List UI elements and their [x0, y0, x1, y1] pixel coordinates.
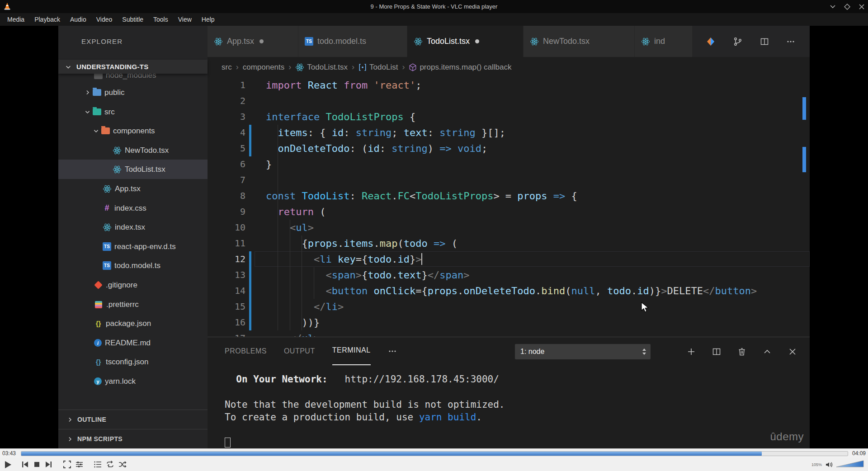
- file-label: index.tsx: [115, 223, 145, 232]
- more-actions-icon[interactable]: [786, 37, 795, 46]
- breadcrumb-label: TodoList: [369, 63, 398, 72]
- video-frame[interactable]: EXPLORER UNDERSTANDING-TS node_modules p…: [58, 26, 810, 448]
- speaker-icon[interactable]: [825, 460, 834, 469]
- sidebar-section-outline[interactable]: OUTLINE: [58, 410, 208, 429]
- code-line-16[interactable]: 16 ))}: [208, 315, 810, 330]
- tree-item-todolist-tsx[interactable]: TodoList.tsx: [58, 160, 208, 179]
- code-line-1[interactable]: 1import React from 'react';: [208, 77, 810, 93]
- split-editor-icon[interactable]: [760, 37, 769, 46]
- code-line-8[interactable]: 8const TodoList: React.FC<TodoListProps>…: [208, 188, 810, 204]
- panel-tab-output[interactable]: OUTPUT: [284, 337, 315, 365]
- panel-tab-problems[interactable]: PROBLEMS: [225, 337, 267, 365]
- tree-item-package-json[interactable]: {}package.json: [58, 314, 208, 333]
- file-label: src: [104, 108, 115, 117]
- project-root-folder[interactable]: UNDERSTANDING-TS: [58, 60, 208, 74]
- tree-item-tsconfig-json[interactable]: {}tsconfig.json: [58, 352, 208, 372]
- chevron-down-icon: [83, 108, 91, 116]
- menu-audio[interactable]: Audio: [65, 13, 91, 26]
- maximize-icon[interactable]: [844, 3, 851, 10]
- code-line-7[interactable]: 7: [208, 172, 810, 188]
- play-button[interactable]: [3, 458, 13, 471]
- volume-slider[interactable]: [836, 460, 864, 469]
- loop-button[interactable]: [106, 458, 114, 471]
- tree-item-react-app-env-d-ts[interactable]: TSreact-app-env.d.ts: [58, 237, 208, 256]
- terminal-line: Note that the development build is not o…: [225, 398, 505, 411]
- tree-item-gitignore[interactable]: .gitignore: [58, 275, 208, 295]
- tab-app-tsx[interactable]: App.tsx: [208, 26, 298, 57]
- tree-item-app-tsx[interactable]: App.tsx: [58, 179, 208, 198]
- stop-button[interactable]: [33, 458, 41, 471]
- code-line-9[interactable]: 9 return (: [208, 204, 810, 220]
- terminal-cursor: [225, 438, 231, 447]
- tree-item-index-css[interactable]: #index.css: [58, 198, 208, 218]
- code-line-4[interactable]: 4 items: { id: string; text: string }[];: [208, 125, 810, 141]
- code-editor[interactable]: 1import React from 'react';23interface T…: [208, 77, 810, 337]
- source-control-icon[interactable]: [733, 37, 743, 47]
- extended-settings-button[interactable]: [75, 458, 84, 471]
- modified-dot: [259, 39, 264, 43]
- code-line-2[interactable]: 2: [208, 93, 810, 109]
- code-line-5[interactable]: 5 onDeleteTodo: (id: string) => void;: [208, 141, 810, 156]
- tree-item-src[interactable]: src: [58, 102, 208, 122]
- breadcrumb-item-components[interactable]: components: [243, 63, 285, 72]
- fullscreen-button[interactable]: [63, 458, 71, 471]
- maximize-panel-icon[interactable]: [763, 347, 772, 356]
- tree-item-readme-md[interactable]: iREADME.md: [58, 333, 208, 353]
- project-name: UNDERSTANDING-TS: [76, 63, 149, 71]
- symbol-icon: [359, 63, 367, 71]
- code-line-15[interactable]: 15 </li>: [208, 299, 810, 315]
- close-icon[interactable]: [858, 3, 865, 10]
- code-line-13[interactable]: 13 <span>{todo.text}</span>: [208, 267, 810, 283]
- terminal-picker-dropdown[interactable]: 1: node: [515, 344, 651, 359]
- tree-item-yarn-lock[interactable]: yyarn.lock: [58, 372, 208, 391]
- panel-more-actions-icon[interactable]: [388, 347, 397, 356]
- tree-item-components[interactable]: components: [58, 121, 208, 141]
- breadcrumb-item-src[interactable]: src: [222, 63, 232, 72]
- menu-tools[interactable]: Tools: [148, 13, 173, 26]
- code-line-12[interactable]: 12 <li key={todo.id}>: [208, 251, 810, 267]
- tab-label: App.tsx: [227, 37, 254, 46]
- code-text: interface TodoListProps {: [266, 109, 415, 125]
- code-line-10[interactable]: 10 <ul>: [208, 220, 810, 236]
- tab-ind[interactable]: ind: [635, 26, 695, 57]
- extension-icon[interactable]: [706, 37, 716, 47]
- split-terminal-icon[interactable]: [712, 347, 721, 356]
- tree-item-prettierrc[interactable]: .prettierrc: [58, 295, 208, 314]
- menu-view[interactable]: View: [173, 13, 197, 26]
- code-line-11[interactable]: 11 {props.items.map(todo => (: [208, 236, 810, 251]
- minimize-icon[interactable]: [829, 3, 836, 10]
- tab-todo-model-ts[interactable]: TStodo.model.ts: [298, 26, 407, 57]
- breadcrumb-item-todolist-tsx[interactable]: TodoList.tsx: [295, 63, 348, 72]
- terminal-output[interactable]: On Your Network: http://192.168.178.45:3…: [225, 373, 505, 448]
- menu-media[interactable]: Media: [2, 13, 29, 26]
- panel-tab-terminal[interactable]: TERMINAL: [332, 337, 371, 365]
- code-line-17[interactable]: 17 </ul>: [208, 330, 810, 337]
- code-line-3[interactable]: 3interface TodoListProps {: [208, 109, 810, 125]
- new-terminal-icon[interactable]: [687, 347, 696, 356]
- tab-todolist-tsx[interactable]: TodoList.tsx: [407, 26, 524, 57]
- menu-subtitle[interactable]: Subtitle: [117, 13, 148, 26]
- tree-item-index-tsx[interactable]: index.tsx: [58, 217, 208, 237]
- tree-item-public[interactable]: public: [58, 83, 208, 102]
- code-line-14[interactable]: 14 <button onClick={props.onDeleteTodo.b…: [208, 283, 810, 299]
- seek-bar-row: 03:43 04:09: [0, 448, 868, 458]
- playlist-button[interactable]: [94, 458, 102, 471]
- tab-newtodo-tsx[interactable]: NewTodo.tsx: [524, 26, 635, 57]
- tree-item-todo-model-ts[interactable]: TStodo.model.ts: [58, 256, 208, 275]
- menu-help[interactable]: Help: [197, 13, 220, 26]
- code-text: <button onClick={props.onDeleteTodo.bind…: [266, 283, 757, 299]
- seek-slider[interactable]: [21, 451, 848, 456]
- breadcrumb-item-props-items-map-callback[interactable]: props.items.map() callback: [409, 63, 511, 72]
- kill-terminal-icon[interactable]: [737, 347, 746, 356]
- tree-item-newtodo-tsx[interactable]: NewTodo.tsx: [58, 141, 208, 160]
- breadcrumb-item-todolist[interactable]: TodoList: [359, 63, 398, 72]
- code-line-6[interactable]: 6}: [208, 156, 810, 172]
- sidebar-section-npm-scripts[interactable]: NPM SCRIPTS: [58, 429, 208, 448]
- shuffle-button[interactable]: [118, 458, 127, 471]
- next-button[interactable]: [44, 458, 53, 471]
- menu-playback[interactable]: Playback: [29, 13, 65, 26]
- menu-video[interactable]: Video: [91, 13, 118, 26]
- previous-button[interactable]: [21, 458, 29, 471]
- close-panel-icon[interactable]: [788, 347, 797, 356]
- line-number: 11: [208, 236, 245, 251]
